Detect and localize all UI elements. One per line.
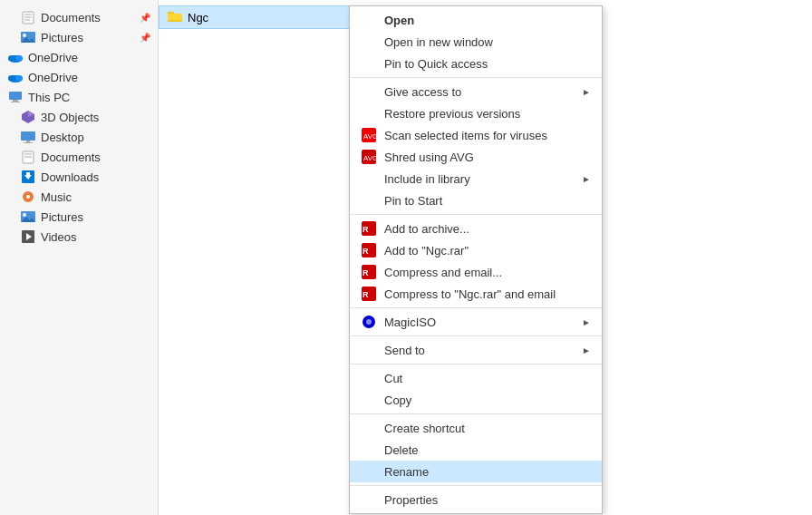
svg-rect-18 (21, 131, 35, 141)
videos-icon (20, 229, 36, 244)
sidebar-item-documents[interactable]: Documents (0, 147, 158, 167)
menu-item-cut[interactable]: Cut (350, 367, 602, 389)
pin-start-icon (361, 193, 377, 208)
menu-item-create-shortcut[interactable]: Create shortcut (350, 417, 602, 439)
menu-item-magiciso[interactable]: MagicISO ► (350, 311, 602, 333)
menu-item-scan-avg[interactable]: AVG Scan selected items for viruses (350, 124, 602, 146)
menu-item-add-archive[interactable]: R Add to archive... (350, 218, 602, 239)
menu-label: Add to archive... (384, 222, 469, 236)
onedrive-icon (7, 70, 24, 84)
context-menu: Open Open in new window Pin to Quick acc… (349, 5, 603, 514)
menu-item-open[interactable]: Open (350, 9, 602, 31)
cut-icon (361, 371, 377, 385)
svg-text:R: R (362, 268, 369, 277)
shortcut-icon (361, 421, 377, 435)
sidebar-item-thispc[interactable]: This PC (0, 87, 158, 107)
menu-item-copy[interactable]: Copy (350, 389, 602, 411)
menu-label: Shred using AVG (384, 151, 474, 164)
avg-scan-icon: AVG (361, 128, 377, 142)
sidebar-item-desktop[interactable]: Desktop (0, 127, 158, 147)
menu-item-compress-email[interactable]: R Compress and email... (350, 261, 602, 283)
doc-icon (20, 150, 36, 164)
sidebar-label: Pictures (41, 31, 83, 44)
menu-item-compress-ngcrar-email[interactable]: R Compress to "Ngc.rar" and email (350, 283, 602, 305)
menu-label: Cut (384, 372, 402, 385)
svg-text:AVG: AVG (363, 154, 376, 162)
menu-item-pin-start[interactable]: Pin to Start (350, 189, 602, 211)
svg-text:R: R (362, 290, 369, 299)
menu-label: MagicISO (384, 316, 436, 329)
sidebar-label: Desktop (41, 131, 84, 144)
svg-point-30 (23, 213, 26, 217)
menu-label: Add to "Ngc.rar" (384, 244, 469, 258)
submenu-arrow: ► (582, 174, 591, 184)
svg-rect-14 (13, 100, 18, 102)
menu-item-give-access[interactable]: Give access to ► (350, 81, 602, 102)
sidebar-item-documents-pinned[interactable]: Documents 📌 (0, 7, 158, 27)
sidebar-item-videos[interactable]: Videos (0, 227, 158, 247)
menu-item-open-new-window[interactable]: Open in new window (350, 31, 602, 53)
onedrive-icon (7, 50, 24, 64)
give-access-icon (361, 84, 377, 99)
separator (350, 307, 602, 308)
sidebar-item-pictures-pinned[interactable]: Pictures 📌 (0, 27, 158, 47)
menu-item-restore-versions[interactable]: Restore previous versions (350, 102, 602, 124)
rar-icon: R (361, 243, 377, 258)
sidebar-item-3dobjects[interactable]: 3D Objects (0, 107, 158, 127)
sidebar-label: 3D Objects (41, 111, 99, 124)
menu-item-include-library[interactable]: Include in library ► (350, 168, 602, 189)
sidebar-item-onedrive2[interactable]: OneDrive (0, 67, 158, 87)
folder-icon (167, 9, 183, 25)
pictures-icon (20, 209, 36, 224)
sidebar-label: Music (41, 190, 72, 204)
menu-label: Compress and email... (384, 266, 502, 279)
svg-text:R: R (362, 225, 369, 234)
sidebar-label: OneDrive (28, 51, 78, 64)
sidebar-label: Documents (41, 11, 101, 24)
menu-label: Give access to (384, 85, 461, 99)
sidebar-label: Documents (41, 151, 101, 164)
svg-point-11 (8, 75, 15, 81)
menu-item-pin-quick[interactable]: Pin to Quick access (350, 53, 602, 74)
svg-point-28 (26, 195, 30, 199)
menu-item-delete[interactable]: Delete (350, 439, 602, 461)
sidebar-item-music[interactable]: Music (0, 187, 158, 207)
menu-label: Delete (384, 443, 419, 457)
delete-icon (361, 442, 377, 457)
sidebar-item-pictures[interactable]: Pictures (0, 207, 158, 227)
submenu-arrow: ► (582, 317, 591, 327)
sidebar-item-onedrive1[interactable]: OneDrive (0, 47, 158, 67)
folder-name: Ngc (188, 11, 208, 24)
rar-icon: R (361, 221, 377, 236)
3dobjects-icon (20, 110, 36, 124)
doc-icon (20, 10, 36, 24)
menu-item-rename[interactable]: Rename (350, 461, 602, 482)
main-area: Ngc Open Open in new window Pin to Quick… (159, 0, 812, 515)
menu-label: Rename (384, 465, 429, 479)
separator (350, 364, 602, 364)
magiciso-icon (361, 315, 377, 329)
separator (350, 214, 602, 215)
rar-ngc-email-icon: R (361, 287, 377, 301)
open-icon (361, 13, 377, 27)
sidebar-label: Videos (41, 230, 77, 244)
menu-item-properties[interactable]: Properties (350, 489, 602, 510)
pin-icon: 📌 (140, 13, 150, 23)
library-icon (361, 171, 377, 186)
thispc-icon (7, 90, 24, 104)
svg-point-47 (366, 319, 372, 325)
menu-label: Copy (384, 394, 411, 407)
sidebar-item-downloads[interactable]: Downloads (0, 167, 158, 187)
rename-icon (361, 464, 377, 479)
menu-item-add-ngcrar[interactable]: R Add to "Ngc.rar" (350, 239, 602, 261)
menu-label: Restore previous versions (384, 107, 520, 121)
downloads-icon (20, 170, 36, 184)
sidebar-label: Pictures (41, 210, 83, 224)
menu-item-send-to[interactable]: Send to ► (350, 339, 602, 361)
menu-label: Send to (384, 344, 425, 357)
menu-label: Create shortcut (384, 422, 465, 435)
menu-item-shred-avg[interactable]: AVG Shred using AVG (350, 146, 602, 168)
sidebar-label: OneDrive (28, 71, 78, 84)
menu-label: Properties (384, 493, 438, 507)
svg-rect-13 (9, 92, 22, 100)
